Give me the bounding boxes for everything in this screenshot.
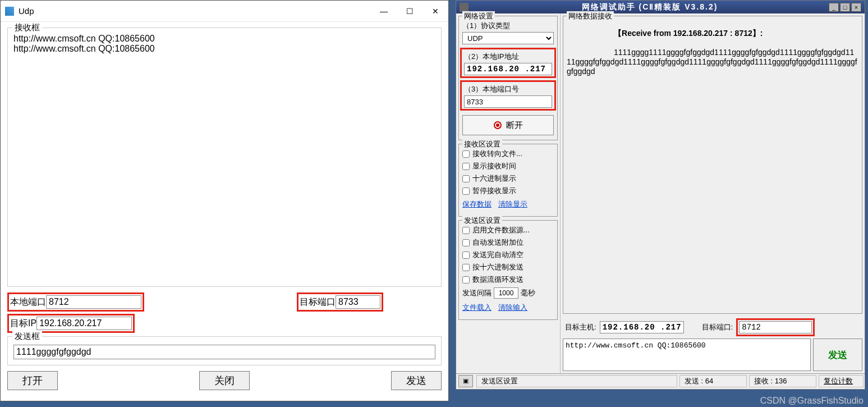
local-port-input[interactable] — [46, 295, 141, 309]
loop-send-checkbox[interactable] — [462, 276, 470, 283]
clear-display-link[interactable]: 清除显示 — [498, 199, 527, 209]
send-settings-group: 发送区设置 启用文件数据源... 自动发送附加位 发送完自动清空 按十六进制发送… — [458, 220, 558, 320]
titlebar[interactable]: 网络调试助手 (CⅡ精装版 V3.8.2) _ □ × — [456, 1, 865, 13]
receive-textbox[interactable]: http://www.cmsoft.cn QQ:10865600 http://… — [13, 34, 435, 281]
pause-recv-checkbox[interactable] — [462, 188, 470, 195]
open-button[interactable]: 打开 — [7, 371, 58, 390]
recv-area-label: 网络数据接收 — [567, 11, 614, 21]
maximize-button[interactable]: □ — [840, 3, 850, 12]
protocol-select[interactable]: UDP — [462, 32, 554, 44]
target-port-input[interactable] — [739, 321, 812, 333]
window-title: 网络调试助手 (CⅡ精装版 V3.8.2) — [471, 2, 829, 12]
close-button[interactable]: 关闭 — [199, 371, 250, 390]
record-icon — [494, 121, 502, 129]
receive-area: 网络数据接收 【Receive from 192.168.20.217 : 87… — [563, 16, 862, 314]
send-input[interactable] — [13, 345, 435, 359]
target-row: 目标主机: 目标端口: — [561, 316, 865, 339]
target-host-input[interactable] — [600, 321, 684, 333]
protocol-label: （1）协议类型 — [462, 20, 554, 32]
target-ip-input[interactable] — [36, 317, 132, 330]
hex-display-checkbox[interactable] — [462, 175, 470, 182]
recv-to-file-checkbox[interactable] — [462, 150, 470, 158]
send-group: 发送框 — [7, 336, 442, 365]
auto-append-checkbox[interactable] — [462, 239, 470, 246]
network-settings-group: 网络设置 （1）协议类型 UDP （2）本地IP地址 （3）本地端口号 断开 — [458, 16, 558, 140]
target-port-input[interactable] — [336, 295, 380, 309]
target-port-label: 目标端口 — [300, 296, 336, 308]
app-icon — [5, 7, 14, 16]
hex-send-checkbox[interactable] — [462, 264, 470, 271]
save-data-link[interactable]: 保存数据 — [462, 199, 492, 209]
receive-text[interactable]: 【Receive from 192.168.20.217 : 8712】: 11… — [567, 20, 858, 85]
network-settings-label: 网络设置 — [462, 11, 495, 21]
status-send-area: 发送区设置 — [476, 375, 677, 387]
status-bar: ▣ 发送区设置 发送 : 64 接收 : 136 复位计数 — [456, 373, 865, 388]
send-button[interactable]: 发送 — [813, 339, 862, 371]
interval-label: 发送间隔 — [462, 288, 492, 298]
target-host-label: 目标主机: — [565, 322, 596, 332]
watermark: CSDN @GrassFishStudio — [760, 396, 864, 406]
net-assistant-window: 网络调试助手 (CⅡ精装版 V3.8.2) _ □ × 网络设置 （1）协议类型… — [456, 0, 865, 390]
interval-input[interactable] — [494, 287, 518, 299]
recv-count-cell: 接收 : 136 — [749, 375, 816, 387]
local-ip-input[interactable] — [464, 63, 552, 75]
send-textarea[interactable]: http://www.cmsoft.cn QQ:10865600 — [563, 339, 811, 371]
show-time-checkbox[interactable] — [462, 163, 470, 170]
target-ip-label: 目标IP — [10, 318, 36, 330]
receive-group: 接收框 http://www.cmsoft.cn QQ:10865600 htt… — [7, 28, 442, 287]
send-button[interactable]: 发送 — [391, 371, 442, 390]
status-icon[interactable]: ▣ — [458, 375, 473, 387]
udp-window: Udp — ☐ ✕ 接收框 http://www.cmsoft.cn QQ:10… — [0, 0, 449, 401]
receive-label: 接收框 — [12, 22, 42, 33]
file-load-link[interactable]: 文件载入 — [462, 303, 492, 313]
disconnect-button[interactable]: 断开 — [462, 115, 554, 135]
recv-settings-label: 接收区设置 — [462, 139, 502, 149]
settings-panel: 网络设置 （1）协议类型 UDP （2）本地IP地址 （3）本地端口号 断开 接… — [456, 13, 561, 373]
close-button[interactable]: ✕ — [422, 2, 448, 20]
auto-clear-checkbox[interactable] — [462, 251, 470, 259]
local-port-input[interactable] — [464, 95, 552, 108]
reset-count-link[interactable]: 复位计数 — [819, 375, 864, 387]
receive-settings-group: 接收区设置 接收转向文件... 显示接收时间 十六进制显示 暂停接收显示 保存数… — [458, 144, 558, 217]
send-label: 发送框 — [12, 331, 42, 342]
local-port-label: （3）本地端口号 — [464, 83, 552, 95]
local-port-label: 本地端口 — [10, 296, 46, 308]
local-ip-label: （2）本地IP地址 — [464, 51, 552, 63]
target-port-label: 目标端口: — [702, 322, 733, 332]
minimize-button[interactable]: — — [371, 2, 397, 20]
minimize-button[interactable]: _ — [829, 3, 839, 12]
send-count-cell: 发送 : 64 — [679, 375, 747, 387]
window-title: Udp — [19, 6, 34, 16]
close-button[interactable]: × — [851, 3, 861, 12]
file-source-checkbox[interactable] — [462, 227, 470, 234]
maximize-button[interactable]: ☐ — [397, 2, 422, 20]
app-icon — [460, 3, 469, 12]
titlebar[interactable]: Udp — ☐ ✕ — [1, 1, 448, 22]
send-settings-label: 发送区设置 — [462, 216, 502, 226]
clear-input-link[interactable]: 清除输入 — [498, 303, 527, 313]
